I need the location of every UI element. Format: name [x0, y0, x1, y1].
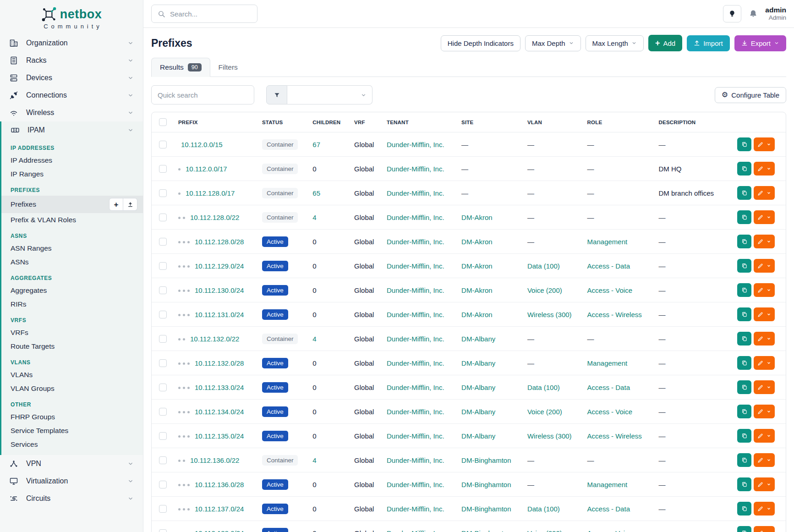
site-link[interactable]: DM-Albany — [461, 335, 495, 343]
export-button[interactable]: Export — [734, 35, 786, 51]
copy-button[interactable] — [737, 137, 751, 151]
copy-button[interactable] — [737, 259, 751, 273]
role-link[interactable]: Access - Voice — [587, 286, 632, 294]
sidebar-item-vlan-groups[interactable]: VLAN Groups — [1, 382, 143, 395]
row-checkbox[interactable] — [159, 481, 167, 488]
row-checkbox[interactable] — [159, 262, 167, 270]
saved-filter-select[interactable] — [287, 85, 372, 104]
site-link[interactable]: DM-Akron — [461, 262, 493, 270]
copy-button[interactable] — [737, 307, 751, 321]
add-button[interactable]: + Add — [648, 35, 682, 51]
prefix-link[interactable]: 10.112.130.0/24 — [195, 286, 244, 294]
row-checkbox[interactable] — [159, 456, 167, 464]
tenant-link[interactable]: Dunder-Mifflin, Inc. — [387, 141, 444, 148]
quick-search-input[interactable] — [151, 85, 254, 104]
user-menu[interactable]: admin Admin — [765, 5, 786, 22]
edit-button[interactable] — [754, 477, 775, 491]
tenant-link[interactable]: Dunder-Mifflin, Inc. — [387, 359, 444, 367]
sidebar-item-prefixes[interactable]: Prefixes + — [1, 196, 143, 213]
row-checkbox[interactable] — [159, 529, 167, 532]
vlan-link[interactable]: Voice (200) — [527, 408, 562, 416]
prefix-link[interactable]: 10.112.132.0/22 — [190, 335, 239, 343]
edit-button[interactable] — [754, 186, 775, 200]
row-checkbox[interactable] — [159, 384, 167, 391]
column-header-status[interactable]: STATUS — [257, 112, 308, 132]
sidebar-item-service-templates[interactable]: Service Templates — [1, 424, 143, 438]
children-count-link[interactable]: 4 — [312, 214, 316, 221]
site-link[interactable]: DM-Binghamton — [461, 456, 511, 464]
row-checkbox[interactable] — [159, 335, 167, 343]
copy-button[interactable] — [737, 186, 751, 200]
copy-button[interactable] — [737, 332, 751, 346]
copy-button[interactable] — [737, 235, 751, 248]
tenant-link[interactable]: Dunder-Mifflin, Inc. — [387, 384, 444, 391]
edit-button[interactable] — [754, 356, 775, 370]
edit-button[interactable] — [754, 283, 775, 297]
import-prefix-button[interactable] — [123, 198, 137, 211]
edit-button[interactable] — [754, 210, 775, 224]
copy-button[interactable] — [737, 283, 751, 297]
theme-toggle-button[interactable] — [723, 5, 741, 22]
tab-filters[interactable]: Filters — [210, 58, 246, 77]
site-link[interactable]: DM-Binghamton — [461, 481, 511, 488]
sidebar-item-ip-ranges[interactable]: IP Ranges — [1, 167, 143, 181]
filter-funnel-icon[interactable] — [266, 85, 287, 104]
configure-table-button[interactable]: ⚙ Configure Table — [715, 87, 786, 103]
copy-button[interactable] — [737, 502, 751, 516]
sidebar-item-ip-addresses[interactable]: IP Addresses — [1, 154, 143, 167]
site-link[interactable]: DM-Akron — [461, 214, 493, 221]
sidebar-item-vrfs[interactable]: VRFs — [1, 326, 143, 340]
copy-button[interactable] — [737, 429, 751, 443]
column-header-tenant[interactable]: TENANT — [382, 112, 457, 132]
prefix-link[interactable]: 10.112.136.0/22 — [190, 456, 239, 464]
edit-button[interactable] — [754, 259, 775, 273]
tenant-link[interactable]: Dunder-Mifflin, Inc. — [387, 262, 444, 270]
row-checkbox[interactable] — [159, 238, 167, 246]
children-count-link[interactable]: 4 — [312, 335, 316, 343]
select-all-checkbox[interactable] — [159, 118, 167, 126]
prefix-link[interactable]: 10.112.0.0/17 — [186, 165, 227, 173]
row-checkbox[interactable] — [159, 214, 167, 221]
tenant-link[interactable]: Dunder-Mifflin, Inc. — [387, 432, 444, 440]
edit-button[interactable] — [754, 235, 775, 248]
column-header-children[interactable]: CHILDREN — [308, 112, 350, 132]
vlan-link[interactable]: Data (100) — [527, 384, 560, 391]
vlan-link[interactable]: Data (100) — [527, 262, 560, 270]
sidebar-item-services[interactable]: Services — [1, 438, 143, 451]
import-button[interactable]: Import — [687, 35, 730, 51]
site-link[interactable]: DM-Akron — [461, 238, 493, 246]
prefix-link[interactable]: 10.112.131.0/24 — [195, 311, 244, 318]
tenant-link[interactable]: Dunder-Mifflin, Inc. — [387, 481, 444, 488]
sidebar-item-aggregates[interactable]: Aggregates — [1, 284, 143, 297]
column-header-prefix[interactable]: PREFIX — [174, 112, 257, 132]
row-checkbox[interactable] — [159, 505, 167, 513]
edit-button[interactable] — [754, 405, 775, 418]
tenant-link[interactable]: Dunder-Mifflin, Inc. — [387, 286, 444, 294]
sidebar-item-vlans[interactable]: VLANs — [1, 368, 143, 382]
sidebar-item-rirs[interactable]: RIRs — [1, 297, 143, 311]
prefix-link[interactable]: 10.112.132.0/28 — [195, 359, 244, 367]
sidebar-item-connections[interactable]: Connections — [0, 87, 143, 104]
column-header-vrf[interactable]: VRF — [350, 112, 382, 132]
prefix-link[interactable]: 10.112.138.0/24 — [195, 529, 244, 532]
role-link[interactable]: Management — [587, 481, 628, 488]
sidebar-item-fhrp-groups[interactable]: FHRP Groups — [1, 410, 143, 424]
sidebar-item-devices[interactable]: Devices — [0, 69, 143, 87]
sidebar-item-asns[interactable]: ASNs — [1, 255, 143, 269]
copy-button[interactable] — [737, 162, 751, 176]
prefix-link[interactable]: 10.112.136.0/28 — [195, 481, 244, 488]
vlan-link[interactable]: Voice (200) — [527, 286, 562, 294]
column-header-role[interactable]: ROLE — [583, 112, 654, 132]
role-link[interactable]: Access - Data — [587, 262, 630, 270]
prefix-link[interactable]: 10.112.134.0/24 — [195, 408, 244, 416]
children-count-link[interactable]: 67 — [312, 141, 320, 148]
row-checkbox[interactable] — [159, 165, 167, 173]
tenant-link[interactable]: Dunder-Mifflin, Inc. — [387, 165, 444, 173]
prefix-link[interactable]: 10.112.129.0/24 — [195, 262, 244, 270]
sidebar-item-vpn[interactable]: VPN — [0, 455, 143, 472]
role-link[interactable]: Access - Wireless — [587, 311, 642, 318]
vlan-link[interactable]: Wireless (300) — [527, 311, 572, 318]
site-link[interactable]: DM-Albany — [461, 408, 495, 416]
sidebar-item-virtualization[interactable]: Virtualization — [0, 472, 143, 490]
column-header-site[interactable]: SITE — [457, 112, 523, 132]
